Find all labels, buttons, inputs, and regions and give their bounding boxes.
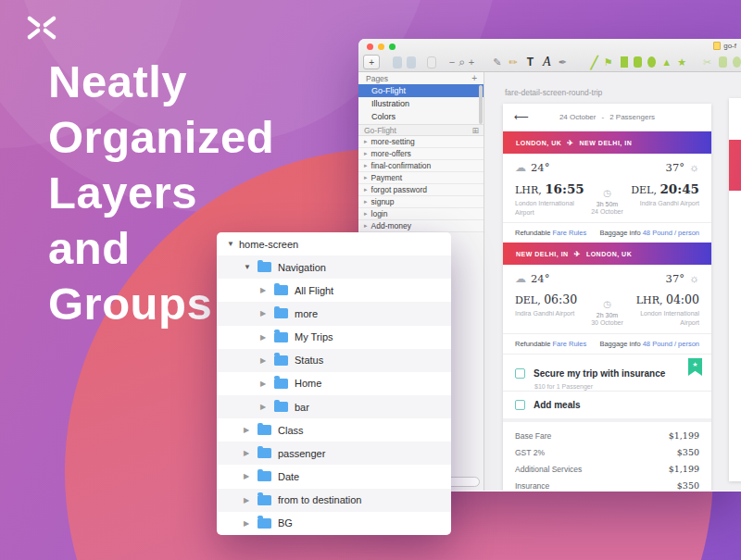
layer-group-row[interactable]: ▶ bar bbox=[217, 395, 451, 418]
add-page-button[interactable]: + bbox=[471, 73, 477, 83]
disclosure-triangle-icon[interactable]: ▶ bbox=[260, 403, 272, 411]
disclosure-triangle-icon[interactable]: ▸ bbox=[364, 198, 368, 205]
fare-rules-link[interactable]: Fare Rules bbox=[552, 340, 586, 348]
star-icon: ★ bbox=[692, 361, 697, 376]
rounded-rect-tool-icon[interactable] bbox=[634, 56, 642, 68]
layer-row[interactable]: ▸ forgot password bbox=[358, 184, 484, 196]
disclosure-triangle-icon[interactable]: ▸ bbox=[364, 174, 368, 181]
disclosure-triangle-icon[interactable]: ▸ bbox=[364, 210, 368, 218]
group-label: passenger bbox=[278, 448, 325, 459]
baggage-value-link[interactable]: 48 Pound / person bbox=[643, 229, 699, 237]
zoom-window-button[interactable] bbox=[389, 44, 396, 50]
disclosure-triangle-icon[interactable]: ▶ bbox=[244, 449, 256, 457]
line-tool-icon[interactable]: ╱ bbox=[591, 55, 598, 69]
scissors-tool-icon[interactable]: ✂ bbox=[703, 55, 711, 69]
layer-row[interactable]: ▸ final-confirmation bbox=[358, 160, 484, 172]
adjacent-artboard[interactable] bbox=[729, 98, 741, 481]
layer-row[interactable]: ▸ signup bbox=[358, 196, 484, 208]
layer-group-row[interactable]: ▶ BG bbox=[217, 512, 451, 535]
artboard-list-icon[interactable]: ⊞ bbox=[471, 126, 479, 135]
layer-group-row[interactable]: ▶ more bbox=[217, 302, 451, 325]
insert-button[interactable]: + bbox=[363, 55, 380, 69]
departure-airport: London International Airport bbox=[515, 199, 587, 218]
layer-group-row[interactable]: ▶ All Flight bbox=[217, 279, 451, 302]
edit-tool-icon[interactable] bbox=[427, 56, 436, 68]
artboard-title[interactable]: fare-detail-screen-round-trip bbox=[505, 88, 602, 97]
page-row-colors[interactable]: Colors bbox=[358, 110, 484, 123]
folder-icon bbox=[257, 495, 271, 505]
text-tool-button[interactable]: T bbox=[527, 55, 534, 69]
baggage-value-link[interactable]: 48 Pound / person bbox=[643, 340, 699, 348]
fare-rules-link[interactable]: Fare Rules bbox=[552, 229, 586, 237]
style-tool-button[interactable]: A bbox=[543, 55, 551, 69]
group-tool-icon[interactable] bbox=[393, 56, 402, 68]
disclosure-triangle-icon[interactable]: ▼ bbox=[244, 263, 256, 271]
disclosure-triangle-icon[interactable]: ▶ bbox=[260, 356, 272, 365]
union-tool-icon[interactable] bbox=[719, 56, 727, 68]
pages-scrollbar[interactable] bbox=[479, 85, 483, 124]
plane-icon: ✈ bbox=[574, 250, 581, 258]
pen-tool-icon[interactable]: ✎ bbox=[493, 55, 501, 69]
sun-icon: ☼ bbox=[689, 272, 699, 285]
back-arrow-icon[interactable]: ⟵ bbox=[514, 111, 529, 123]
layer-group-row[interactable]: ▶ My Trips bbox=[217, 326, 451, 349]
cloud-icon: ☁ bbox=[515, 272, 526, 285]
layer-group-row[interactable]: ▼ home-screen bbox=[217, 232, 451, 255]
minimize-window-button[interactable] bbox=[378, 44, 384, 50]
layer-row[interactable]: ▸ more-offers bbox=[358, 148, 484, 160]
arrow-tool-icon[interactable]: ⚑ bbox=[604, 55, 613, 69]
oval-tool-icon[interactable] bbox=[647, 56, 656, 68]
magnifier-icon[interactable]: ⌕ bbox=[458, 55, 465, 69]
rectangle-tool-icon[interactable] bbox=[621, 56, 629, 68]
canvas[interactable]: fare-detail-screen-round-trip ⟵ 24 Octob… bbox=[484, 72, 741, 491]
vector-tool-icon[interactable]: ✒ bbox=[559, 55, 567, 69]
layer-row[interactable]: ▸ login bbox=[358, 208, 484, 220]
disclosure-triangle-icon[interactable]: ▶ bbox=[244, 472, 256, 480]
pencil-tool-icon[interactable]: ✏ bbox=[509, 55, 518, 69]
subtract-tool-icon[interactable] bbox=[733, 56, 741, 68]
insurance-checkbox[interactable] bbox=[515, 368, 525, 379]
ungroup-tool-icon[interactable] bbox=[407, 56, 416, 68]
plane-icon: ✈ bbox=[567, 139, 573, 147]
page-row-illustration[interactable]: Illustration bbox=[358, 97, 484, 110]
temperature: 24° bbox=[531, 161, 549, 174]
close-window-button[interactable] bbox=[367, 44, 373, 50]
zoom-out-button[interactable]: − bbox=[449, 55, 455, 69]
meals-checkbox[interactable] bbox=[515, 400, 525, 410]
layer-group-row[interactable]: ▼ Navigation bbox=[217, 255, 451, 279]
zoom-in-button[interactable]: + bbox=[469, 55, 474, 69]
star-tool-icon[interactable]: ★ bbox=[677, 55, 686, 69]
layer-group-row[interactable]: ▶ Class bbox=[217, 418, 451, 442]
layer-group-row[interactable]: ▶ Date bbox=[217, 465, 451, 488]
triangle-tool-icon[interactable]: ▲ bbox=[661, 55, 672, 69]
disclosure-triangle-icon[interactable]: ▸ bbox=[364, 222, 368, 230]
disclosure-triangle-icon[interactable]: ▼ bbox=[227, 240, 239, 248]
insurance-label: Secure my trip with insurance bbox=[534, 368, 665, 379]
layer-group-row[interactable]: ▶ Status bbox=[217, 349, 451, 372]
disclosure-triangle-icon[interactable]: ▸ bbox=[364, 186, 368, 193]
disclosure-triangle-icon[interactable]: ▸ bbox=[364, 150, 368, 157]
page-row-go-flight[interactable]: Go-Flight bbox=[358, 84, 484, 97]
disclosure-triangle-icon[interactable]: ▶ bbox=[260, 380, 272, 388]
disclosure-triangle-icon[interactable]: ▶ bbox=[260, 309, 272, 317]
layer-group-row[interactable]: ▶ Home bbox=[217, 372, 451, 395]
fare-detail-artboard[interactable]: ⟵ 24 October - 2 Passengers LONDON, UK ✈… bbox=[503, 104, 711, 491]
folder-icon bbox=[274, 379, 288, 389]
disclosure-triangle-icon[interactable]: ▶ bbox=[244, 426, 256, 434]
temperature: 37° bbox=[666, 272, 684, 285]
layer-label: forgot password bbox=[371, 185, 427, 194]
layer-group-row[interactable]: ▶ passenger bbox=[217, 442, 451, 465]
disclosure-triangle-icon[interactable]: ▶ bbox=[244, 496, 256, 504]
headline-line: Organized bbox=[48, 109, 274, 165]
folder-icon bbox=[257, 425, 271, 435]
layer-row[interactable]: ▸ more-setting bbox=[358, 136, 484, 148]
disclosure-triangle-icon[interactable]: ▸ bbox=[364, 162, 368, 169]
disclosure-triangle-icon[interactable]: ▶ bbox=[260, 333, 272, 342]
disclosure-triangle-icon[interactable]: ▸ bbox=[364, 138, 368, 145]
layer-group-row[interactable]: ▶ from to destination bbox=[217, 489, 451, 512]
disclosure-triangle-icon[interactable]: ▶ bbox=[244, 519, 256, 528]
temperature: 37° bbox=[666, 161, 684, 174]
layer-row[interactable]: ▸ Add-money bbox=[358, 220, 484, 232]
layer-row[interactable]: ▸ Payment bbox=[358, 172, 484, 184]
disclosure-triangle-icon[interactable]: ▶ bbox=[260, 286, 272, 294]
